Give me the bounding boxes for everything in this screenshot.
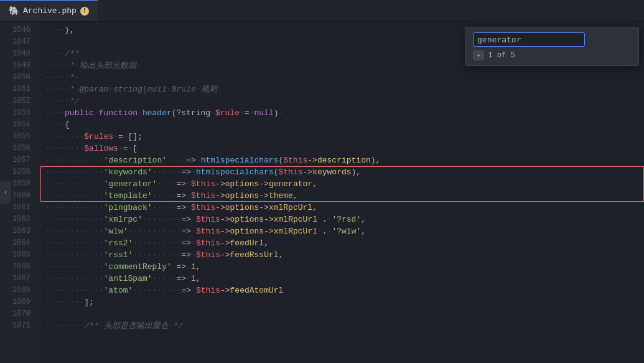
line-number: 1068 [12,285,35,296]
line-number: 1050 [12,72,35,83]
line-number: 1048 [12,48,35,60]
code-line: ····{ [40,119,644,131]
search-result-row: + 1 of 5 [473,50,631,60]
line-number: 1058 [12,166,35,178]
code-line: ·····*· [40,72,644,83]
code-line: ········]; [40,296,644,308]
editor: ‹ 10461047104810491050105110521053105410… [0,22,644,363]
line-number: 1059 [12,178,35,190]
search-popup: + 1 of 5 [465,27,639,66]
code-line: ····public·function·header(?string·$rule… [40,107,644,119]
line-number: 1053 [12,107,35,119]
tab-archive-php[interactable]: 🐘 Archive.php ! [0,0,98,21]
code-line: ········$rules·=·[]; [40,131,644,143]
tab-bar: 🐘 Archive.php ! [0,0,644,22]
line-number: 1069 [12,296,35,308]
line-number: 1060 [12,190,35,202]
collapse-arrow[interactable]: ‹ [0,181,11,204]
code-line: ········/**·头部是否输出聚合·*/ [40,320,644,332]
code-line: ············'atom'··········=>·$this->fe… [40,285,644,296]
line-number: 1070 [12,308,35,320]
code-line: ············'xmlrpc'········=>·$this->op… [40,214,644,225]
search-input-row [473,32,631,47]
line-number: 1054 [12,119,35,131]
line-number: 1062 [12,214,35,225]
code-line: ·····*/ [40,95,644,107]
code-line: ············'antiSpam'·····=>·1, [40,273,644,285]
tab-warning-icon: ! [80,7,89,16]
code-line: · [40,308,644,320]
line-number: 1057 [12,154,35,166]
code-line: ············'generator'····=>·$this->opt… [40,178,644,190]
search-result-label: 1 of 5 [488,51,515,60]
php-icon: 🐘 [9,6,19,16]
code-line: ············'rss1'··········=>·$this->fe… [40,249,644,261]
code-line: ············'pingback'·····=>·$this->opt… [40,202,644,214]
code-line: ············'commentReply'·=>·1, [40,261,644,273]
line-number: 1061 [12,202,35,214]
code-line: ·····*·@param·string|null·$rule·规则· [40,83,644,95]
line-number: 1055 [12,131,35,143]
code-line: ············'rss2'··········=>·$this->fe… [40,237,644,249]
line-number: 1063 [12,225,35,237]
code-line: ············'description'····=>·htmlspec… [40,154,644,166]
line-number: 1051 [12,83,35,95]
line-number: 1067 [12,273,35,285]
code-line: ············'keywords'······=>·htmlspeci… [40,166,644,178]
code-line: ········$allows·=·[ [40,143,644,154]
line-number: 1071 [12,320,35,332]
line-number: 1056 [12,143,35,154]
code-line: ············'wlw'···········=>·$this->op… [40,225,644,237]
chevron-left-icon: ‹ [4,189,8,196]
search-prev-button[interactable]: + [473,50,484,60]
code-line: ············'template'·····=>·$this->opt… [40,190,644,202]
line-number: 1046 [12,24,35,36]
search-input[interactable] [473,32,585,47]
line-number: 1065 [12,249,35,261]
line-number: 1049 [12,60,35,72]
code-area: ····}, ·····/**······*·输出头部元数据······*···… [40,22,644,363]
line-number: 1064 [12,237,35,249]
tab-label: Archive.php [23,6,77,16]
line-number: 1052 [12,95,35,107]
line-number: 1047 [12,36,35,48]
line-number: 1066 [12,261,35,273]
